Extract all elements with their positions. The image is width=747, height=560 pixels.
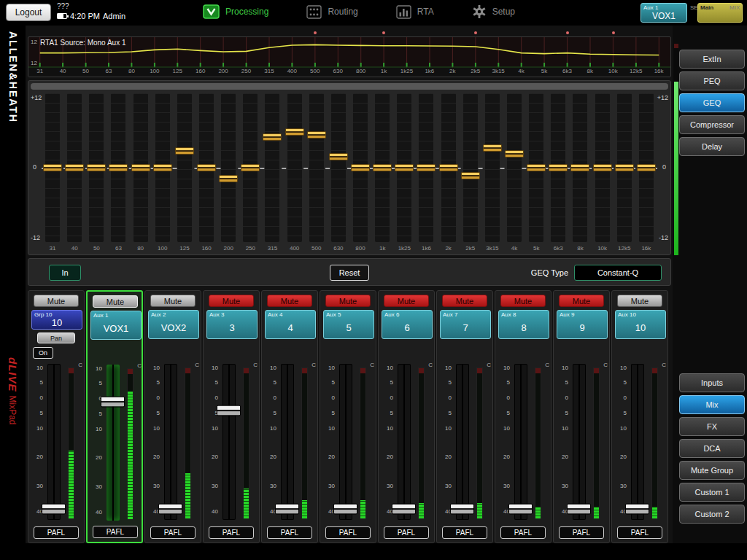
processing-tab-extin[interactable]: ExtIn: [679, 50, 745, 69]
pafl-button[interactable]: PAFL: [93, 526, 138, 538]
tab-rta[interactable]: RTA: [396, 4, 434, 19]
channel-name-box[interactable]: Aux 77: [440, 310, 491, 339]
geq-fader-handle[interactable]: [65, 164, 84, 171]
geq-fader-handle[interactable]: [241, 164, 260, 171]
fader-handle[interactable]: [508, 504, 533, 515]
fader-track[interactable]: [398, 364, 411, 520]
processing-tab-compressor[interactable]: Compressor: [679, 115, 745, 134]
geq-band-2k[interactable]: [438, 93, 460, 242]
geq-fader-handle[interactable]: [329, 153, 348, 160]
geq-band-100[interactable]: [152, 93, 174, 242]
fader-track[interactable]: [281, 364, 294, 520]
bank-tab-custom-1[interactable]: Custom 1: [679, 483, 745, 502]
strip-aux-2[interactable]: MuteAux 2VOX21050510203040CPAFL: [144, 290, 201, 543]
mute-button[interactable]: Mute: [559, 295, 604, 307]
mute-button[interactable]: Mute: [93, 295, 138, 308]
mute-button[interactable]: Mute: [442, 295, 487, 307]
mute-button[interactable]: Mute: [617, 295, 662, 307]
fader-handle[interactable]: [625, 504, 649, 515]
channel-name-box[interactable]: Aux 66: [382, 310, 433, 339]
geq-type-select[interactable]: Constant-Q: [574, 265, 662, 281]
geq-band-63[interactable]: [107, 93, 129, 242]
channel-name-box[interactable]: Aux 33: [206, 310, 258, 339]
fader-handle[interactable]: [567, 504, 591, 515]
geq-fader-handle[interactable]: [43, 164, 62, 171]
mute-button[interactable]: Mute: [150, 295, 196, 307]
geq-fader-handle[interactable]: [527, 164, 546, 171]
strip-aux-1[interactable]: MuteAux 1VOX11050510203040CPAFL: [86, 290, 143, 543]
geq-fader-handle[interactable]: [461, 172, 480, 179]
fader-track[interactable]: [456, 364, 469, 520]
strip-aux-4[interactable]: MuteAux 441050510203040CPAFL: [261, 290, 318, 543]
geq-band-315[interactable]: [261, 93, 283, 242]
bank-tab-fx[interactable]: FX: [679, 417, 745, 436]
tab-setup[interactable]: Setup: [472, 4, 515, 19]
fader-track[interactable]: [47, 364, 61, 520]
geq-band-200[interactable]: [217, 93, 239, 242]
geq-fader-handle[interactable]: [175, 147, 194, 155]
pafl-button[interactable]: PAFL: [384, 526, 429, 539]
geq-fader-handle[interactable]: [483, 144, 502, 152]
geq-band-1k25[interactable]: [393, 93, 415, 242]
geq-fader-handle[interactable]: [307, 131, 326, 139]
geq-band-3k15[interactable]: [481, 93, 503, 242]
fader-track[interactable]: [107, 365, 120, 521]
fader-handle[interactable]: [42, 504, 66, 515]
fader-track[interactable]: [164, 364, 177, 520]
geq-band-500[interactable]: [306, 93, 328, 242]
channel-name-box[interactable]: Aux 2VOX2: [148, 310, 199, 339]
processing-tab-peq[interactable]: PEQ: [679, 71, 745, 90]
mute-button[interactable]: Mute: [267, 295, 312, 307]
geq-fader-handle[interactable]: [505, 150, 524, 158]
geq-fader-handle[interactable]: [395, 164, 414, 171]
pafl-button[interactable]: PAFL: [150, 526, 196, 539]
pafl-button[interactable]: PAFL: [34, 526, 79, 539]
geq-fader-handle[interactable]: [549, 164, 568, 171]
fader-handle[interactable]: [217, 405, 241, 416]
geq-band-40[interactable]: [63, 93, 85, 242]
geq-band-80[interactable]: [130, 93, 152, 242]
pafl-button[interactable]: PAFL: [442, 526, 487, 539]
geq-band-630[interactable]: [328, 93, 349, 242]
geq-fader-handle[interactable]: [637, 164, 656, 171]
fader-track[interactable]: [339, 364, 352, 520]
channel-name-box[interactable]: Aux 99: [557, 310, 608, 339]
strip-aux-8[interactable]: MuteAux 881050510203040CPAFL: [495, 290, 551, 543]
geq-fader-handle[interactable]: [109, 164, 128, 171]
geq-band-2k5[interactable]: [460, 93, 481, 242]
bank-tab-inputs[interactable]: Inputs: [679, 373, 745, 392]
bank-tab-custom-2[interactable]: Custom 2: [679, 505, 745, 524]
fader-handle[interactable]: [450, 504, 474, 515]
mute-button[interactable]: Mute: [384, 295, 429, 307]
fader-handle[interactable]: [392, 504, 416, 515]
geq-fader-handle[interactable]: [87, 164, 106, 171]
strip-grp-10[interactable]: MuteGrp 1010PanOn1050510203040CPAFL: [28, 290, 85, 543]
geq-fader-handle[interactable]: [285, 128, 304, 136]
pan-button[interactable]: Pan: [37, 332, 75, 343]
channel-name-box[interactable]: Grp 1010: [31, 310, 82, 330]
processing-tab-geq[interactable]: GEQ: [679, 93, 745, 112]
geq-band-8k[interactable]: [569, 93, 591, 242]
fader-track[interactable]: [631, 364, 644, 520]
strip-aux-6[interactable]: MuteAux 661050510203040CPAFL: [378, 290, 435, 543]
geq-reset-button[interactable]: Reset: [330, 265, 369, 281]
geq-band-800[interactable]: [349, 93, 371, 242]
on-button[interactable]: On: [33, 347, 53, 359]
geq-band-50[interactable]: [85, 93, 107, 242]
channel-name-box[interactable]: Aux 55: [323, 310, 374, 339]
pafl-button[interactable]: PAFL: [209, 526, 254, 539]
geq-band-12k5[interactable]: [614, 93, 635, 242]
geq-fader-handle[interactable]: [153, 164, 172, 171]
bank-tab-mix[interactable]: Mix: [679, 395, 745, 414]
geq-in-button[interactable]: In: [49, 265, 81, 281]
geq-band-160[interactable]: [196, 93, 217, 242]
geq-fader-handle[interactable]: [593, 164, 612, 171]
tab-processing[interactable]: Processing: [203, 4, 268, 19]
pafl-button[interactable]: PAFL: [559, 526, 604, 539]
channel-name-box[interactable]: Aux 1010: [615, 310, 666, 339]
pafl-button[interactable]: PAFL: [325, 526, 371, 539]
geq-fader-handle[interactable]: [131, 164, 150, 171]
strip-aux-7[interactable]: MuteAux 771050510203040CPAFL: [436, 290, 493, 543]
geq-band-1k6[interactable]: [415, 93, 437, 242]
fader-track[interactable]: [573, 364, 586, 520]
